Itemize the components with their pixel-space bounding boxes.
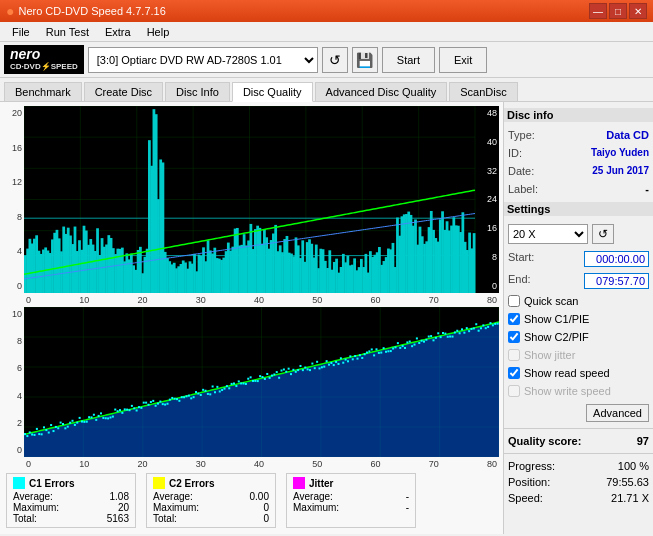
refresh-speed-button[interactable]: ↺: [592, 224, 614, 244]
chart-area: 20 16 12 8 4 0 48 40 32 24 16 8 0: [0, 102, 503, 534]
refresh-button[interactable]: ↺: [322, 47, 348, 73]
right-panel: Disc info Type: Data CD ID: Taiyo Yuden …: [503, 102, 653, 534]
show-c2-checkbox[interactable]: [508, 331, 520, 343]
show-write-speed-label: Show write speed: [524, 385, 611, 397]
save-button[interactable]: 💾: [352, 47, 378, 73]
close-button[interactable]: ✕: [629, 3, 647, 19]
show-read-speed-checkbox[interactable]: [508, 367, 520, 379]
bottom-chart-wrapper: 10 8 6 4 2 0: [4, 307, 499, 457]
quick-scan-checkbox[interactable]: [508, 295, 520, 307]
c1-color: [13, 477, 25, 489]
toolbar: nero CD·DVD⚡SPEED [3:0] Optiarc DVD RW A…: [0, 42, 653, 78]
tab-benchmark[interactable]: Benchmark: [4, 82, 82, 101]
show-c2-label: Show C2/PIF: [524, 331, 589, 343]
show-read-speed-label: Show read speed: [524, 367, 610, 379]
tab-disc-quality[interactable]: Disc Quality: [232, 82, 313, 102]
exit-button[interactable]: Exit: [439, 47, 487, 73]
maximize-button[interactable]: □: [609, 3, 627, 19]
start-time-row: Start:: [508, 250, 649, 268]
top-chart-y-right: 48 40 32 24 16 8 0: [487, 106, 497, 293]
show-c1-checkbox[interactable]: [508, 313, 520, 325]
disc-date-row: Date: 25 Jun 2017: [508, 164, 649, 178]
quick-scan-row: Quick scan: [508, 295, 649, 307]
top-chart-x-axis: 01020304050607080: [24, 295, 499, 305]
legend-jitter-average: Average: -: [293, 491, 409, 502]
legend-c1-title: C1 Errors: [13, 477, 129, 489]
legend: C1 Errors Average: 1.08 Maximum: 20 Tota…: [4, 469, 499, 530]
menu-help[interactable]: Help: [139, 24, 178, 40]
legend-c2-total: Total: 0: [153, 513, 269, 524]
show-write-speed-row: Show write speed: [508, 385, 649, 397]
jitter-color: [293, 477, 305, 489]
quick-scan-label: Quick scan: [524, 295, 578, 307]
disc-info-title: Disc info: [504, 108, 653, 122]
show-read-speed-row: Show read speed: [508, 367, 649, 379]
top-chart-canvas-container: 48 40 32 24 16 8 0: [24, 106, 499, 293]
menu-file[interactable]: File: [4, 24, 38, 40]
show-c2-row: Show C2/PIF: [508, 331, 649, 343]
legend-jitter-maximum: Maximum: -: [293, 502, 409, 513]
legend-jitter-title: Jitter: [293, 477, 409, 489]
tabs: Benchmark Create Disc Disc Info Disc Qua…: [0, 78, 653, 102]
disc-label-row: Label: -: [508, 182, 649, 196]
progress-row: Progress: 100 %: [508, 460, 649, 472]
tab-scan-disc[interactable]: ScanDisc: [449, 82, 517, 101]
tab-disc-info[interactable]: Disc Info: [165, 82, 230, 101]
end-time-input[interactable]: [584, 273, 649, 289]
legend-c2-maximum: Maximum: 0: [153, 502, 269, 513]
show-c1-label: Show C1/PIE: [524, 313, 589, 325]
quality-score-row: Quality score: 97: [508, 435, 649, 447]
nero-logo: nero CD·DVD⚡SPEED: [4, 45, 84, 73]
minimize-button[interactable]: —: [589, 3, 607, 19]
top-chart-wrapper: 20 16 12 8 4 0 48 40 32 24 16 8 0: [4, 106, 499, 293]
legend-c2: C2 Errors Average: 0.00 Maximum: 0 Total…: [146, 473, 276, 528]
speed-setting-row: 20 X 4 X8 X16 X48 XMax ↺: [508, 224, 649, 244]
tab-create-disc[interactable]: Create Disc: [84, 82, 163, 101]
menu-extra[interactable]: Extra: [97, 24, 139, 40]
legend-c1-average: Average: 1.08: [13, 491, 129, 502]
bottom-chart-canvas: [24, 307, 499, 457]
disc-id-row: ID: Taiyo Yuden: [508, 146, 649, 160]
titlebar: ● Nero CD-DVD Speed 4.7.7.16 — □ ✕: [0, 0, 653, 22]
top-chart-y-axis: 20 16 12 8 4 0: [4, 106, 24, 293]
app-title: Nero CD-DVD Speed 4.7.7.16: [18, 5, 165, 17]
top-chart-canvas: [24, 106, 499, 293]
legend-c1: C1 Errors Average: 1.08 Maximum: 20 Tota…: [6, 473, 136, 528]
menubar: File Run Test Extra Help: [0, 22, 653, 42]
app-icon: ●: [6, 3, 14, 19]
drive-select[interactable]: [3:0] Optiarc DVD RW AD-7280S 1.01: [88, 47, 318, 73]
bottom-chart-y-axis: 10 8 6 4 2 0: [4, 307, 24, 457]
start-time-input[interactable]: [584, 251, 649, 267]
advanced-button[interactable]: Advanced: [586, 404, 649, 422]
start-button[interactable]: Start: [382, 47, 435, 73]
tab-advanced-disc-quality[interactable]: Advanced Disc Quality: [315, 82, 448, 101]
titlebar-controls: — □ ✕: [589, 3, 647, 19]
show-write-speed-checkbox[interactable]: [508, 385, 520, 397]
settings-title: Settings: [504, 202, 653, 216]
show-jitter-row: Show jitter: [508, 349, 649, 361]
legend-c1-total: Total: 5163: [13, 513, 129, 524]
speed-row: Speed: 21.71 X: [508, 492, 649, 504]
bottom-chart-x-axis: 01020304050607080: [24, 459, 499, 469]
position-row: Position: 79:55.63: [508, 476, 649, 488]
show-c1-row: Show C1/PIE: [508, 313, 649, 325]
legend-c2-average: Average: 0.00: [153, 491, 269, 502]
titlebar-left: ● Nero CD-DVD Speed 4.7.7.16: [6, 3, 166, 19]
show-jitter-label: Show jitter: [524, 349, 575, 361]
c2-color: [153, 477, 165, 489]
disc-type-row: Type: Data CD: [508, 128, 649, 142]
legend-c1-maximum: Maximum: 20: [13, 502, 129, 513]
speed-select[interactable]: 20 X 4 X8 X16 X48 XMax: [508, 224, 588, 244]
show-jitter-checkbox[interactable]: [508, 349, 520, 361]
main-content: 20 16 12 8 4 0 48 40 32 24 16 8 0: [0, 102, 653, 534]
legend-c2-title: C2 Errors: [153, 477, 269, 489]
bottom-chart-canvas-container: [24, 307, 499, 457]
end-time-row: End:: [508, 272, 649, 290]
menu-run-test[interactable]: Run Test: [38, 24, 97, 40]
legend-jitter: Jitter Average: - Maximum: -: [286, 473, 416, 528]
